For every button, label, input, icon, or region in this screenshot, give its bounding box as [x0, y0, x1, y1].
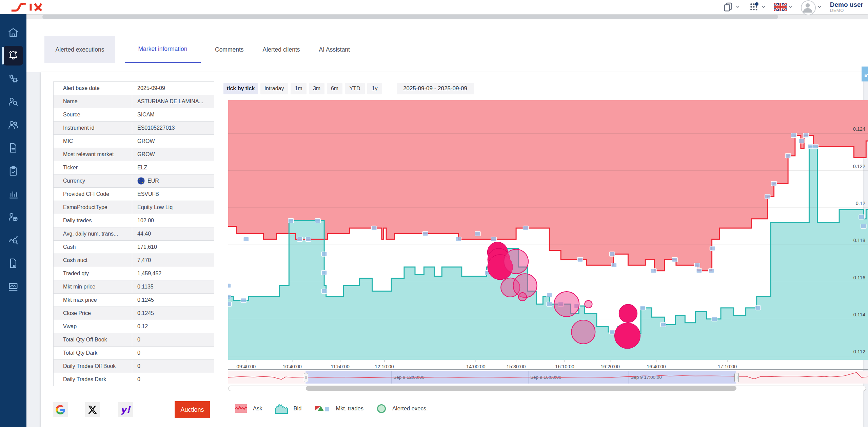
table-row: Total Qty Off Book0	[54, 333, 214, 347]
market-trade-marker	[547, 302, 552, 307]
top-horizontal-scrollbar[interactable]	[26, 14, 868, 19]
sidebar-item-clipboard-check[interactable]	[3, 161, 23, 181]
tab-alerted-clients[interactable]: Alerted clients	[258, 36, 305, 63]
sidebar-item-alerts-bell[interactable]	[3, 46, 23, 66]
market-trade-marker	[660, 322, 666, 327]
sidebar-item-bar-chart[interactable]	[3, 184, 23, 204]
tab-alerted-executions[interactable]: Alerted executions	[44, 36, 115, 63]
ask-legend-icon	[235, 402, 247, 415]
yahoo-link[interactable]: y!	[118, 402, 133, 417]
row-value: ESVUFB	[132, 188, 214, 201]
row-label: Cash	[54, 241, 132, 254]
sidebar-item-chart-search[interactable]	[3, 230, 23, 250]
y-axis-label: 0.124	[853, 126, 865, 132]
home-icon	[7, 27, 19, 38]
range-button-3m[interactable]: 3m	[309, 83, 324, 94]
sidebar-item-users[interactable]	[3, 115, 23, 135]
market-trade-marker	[696, 268, 702, 273]
market-trade-marker	[228, 283, 231, 288]
legend-label: Bid	[294, 405, 302, 412]
range-button-YTD[interactable]: YTD	[345, 83, 365, 94]
sidebar-item-document[interactable]	[3, 138, 23, 158]
legend-item-mkt-trades[interactable]: Mkt. trades	[314, 404, 363, 413]
market-trade-marker	[651, 268, 656, 273]
sidebar-item-settings-gears[interactable]	[3, 69, 23, 89]
pages-menu-button[interactable]	[723, 1, 739, 13]
sidebar-item-user-cube[interactable]	[3, 207, 23, 227]
table-row: Mkt min price0.1135	[54, 280, 214, 294]
left-gutter	[26, 72, 41, 427]
tab-ai-assistant[interactable]: AI Assistant	[314, 36, 355, 63]
chart-navigator[interactable]: Sep 9 12:00:00Sep 9 16:00:00Sep 9 17:00:…	[228, 371, 868, 384]
row-value: Equity Low Liq	[132, 201, 214, 214]
market-trade-marker	[321, 289, 327, 293]
y-axis-label: 0.122	[853, 164, 865, 169]
chevron-down-icon	[818, 6, 821, 8]
navigator-scrollbar[interactable]	[228, 386, 866, 391]
bid-ask-chart-svg[interactable]: 0.1240.1220.120.1180.1160.1140.11209:40:…	[228, 100, 868, 370]
market-trade-marker	[808, 144, 813, 149]
legend-item-alerted-execs-[interactable]: Alerted execs.	[376, 404, 428, 414]
legend-item-ask[interactable]: Ask	[235, 402, 262, 415]
document-export-icon	[7, 258, 19, 269]
apps-menu-button[interactable]	[748, 1, 765, 13]
row-label: Mkt min price	[54, 280, 132, 293]
navigator-svg[interactable]: Sep 9 12:00:00Sep 9 16:00:00Sep 9 17:00:…	[228, 371, 868, 384]
sidebar-item-document-export[interactable]	[3, 254, 23, 273]
alerted-execs-legend-icon	[376, 404, 387, 414]
table-row: EsmaProductTypeEquity Low Liq	[54, 201, 214, 214]
sidebar-item-home[interactable]	[3, 23, 23, 42]
user-menu[interactable]	[801, 0, 821, 15]
table-row: Alert base date2025-09-09	[54, 82, 214, 95]
x-twitter-link[interactable]	[85, 402, 100, 417]
table-row: Daily Trades Dark0	[54, 373, 214, 386]
sidebar-item-user-search[interactable]	[3, 92, 23, 112]
range-button-tick-by-tick[interactable]: tick by tick	[223, 83, 258, 94]
market-trade-marker	[547, 293, 552, 297]
market-trade-marker	[765, 194, 770, 199]
market-trade-marker	[791, 133, 796, 137]
top-header: Demo user DEMO	[0, 0, 868, 14]
row-label: Name	[54, 95, 132, 108]
language-selector[interactable]	[774, 3, 792, 11]
auctions-button[interactable]: Auctions	[175, 401, 210, 418]
row-value: 102.00	[132, 214, 214, 227]
navigator-handle-left[interactable]: ||	[304, 373, 308, 382]
tab-market-information[interactable]: Market information	[125, 36, 201, 63]
market-trade-marker	[228, 295, 231, 299]
x-axis-label: 17:10:00	[718, 364, 737, 369]
sidebar-item-monitor-chart[interactable]	[3, 277, 23, 296]
mkt-trades-legend-icon	[314, 404, 330, 413]
table-row: Daily trades102.00	[54, 214, 214, 227]
price-chart[interactable]: 0.1240.1220.120.1180.1160.1140.11209:40:…	[228, 100, 868, 370]
table-row: Total Qty Dark0	[54, 347, 214, 360]
legend-item-bid[interactable]: Bid	[275, 402, 302, 415]
market-trade-marker	[803, 133, 809, 137]
row-label: Daily trades	[54, 214, 132, 227]
row-label: Total Qty Dark	[54, 347, 132, 359]
row-label: Daily Trades Dark	[54, 373, 132, 386]
range-button-1m[interactable]: 1m	[291, 83, 307, 94]
x-axis-label: 16:40:00	[647, 364, 666, 369]
market-trade-marker	[611, 263, 617, 267]
tab-comments[interactable]: Comments	[210, 36, 249, 63]
row-value: 171,610	[132, 241, 214, 254]
range-button-6m[interactable]: 6m	[327, 83, 342, 94]
x-axis-label: 15:30:00	[507, 364, 526, 369]
navigator-scrollbar-thumb[interactable]	[306, 386, 736, 391]
expand-chart-button[interactable]	[862, 67, 868, 81]
chart-search-icon	[7, 235, 19, 246]
market-trade-marker	[422, 231, 428, 236]
range-button-intraday[interactable]: intraday	[260, 83, 288, 94]
market-trade-marker	[456, 237, 461, 241]
google-link[interactable]	[53, 402, 68, 417]
date-range-selector[interactable]: 2025-09-09 - 2025-09-09	[397, 83, 474, 94]
range-button-1y[interactable]: 1y	[367, 83, 382, 94]
legend-label: Alerted execs.	[392, 405, 428, 412]
row-label: Mkt max price	[54, 294, 132, 307]
row-value: 7,470	[132, 254, 214, 267]
market-trade-marker	[475, 231, 480, 236]
scrollbar-thumb[interactable]	[42, 15, 778, 19]
navigator-handle-right[interactable]: ||	[734, 373, 739, 382]
table-row: Most relevant marketGROW	[54, 148, 214, 161]
